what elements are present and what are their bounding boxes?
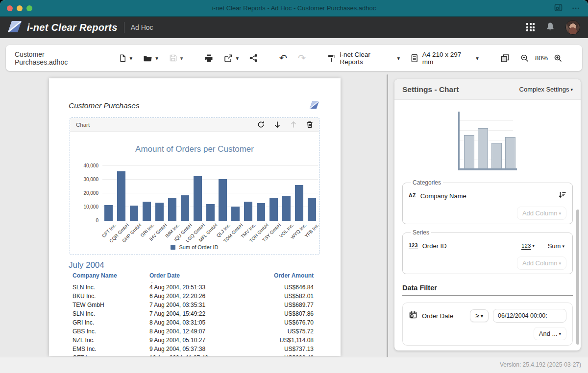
fullscreen-window-button[interactable] [26, 5, 32, 11]
filter-operator-selector[interactable]: ≥ [470, 309, 489, 322]
y-axis-tick-label: 30,000 [70, 177, 98, 182]
refresh-icon[interactable] [257, 121, 265, 128]
category-item-row[interactable]: AZ Company Name [409, 189, 566, 203]
caret-down-icon [474, 54, 479, 63]
table-row: BKU Inc.6 Aug 2004, 22:20:26US$582.01 [73, 292, 314, 301]
table-column-header[interactable]: Order Amount [240, 272, 314, 279]
table-cell: 6 Aug 2004, 22:20:26 [149, 293, 240, 300]
table-cell: US$292.46 [240, 354, 314, 356]
caret-down-icon [557, 330, 561, 337]
gridline [102, 179, 318, 180]
open-report-button[interactable] [143, 54, 158, 63]
settings-header: Settings - Chart Complex Settings [394, 79, 581, 100]
minimize-window-button[interactable] [17, 5, 23, 11]
move-up-icon[interactable] [290, 121, 297, 128]
add-category-column-button[interactable]: Add Column [517, 207, 566, 220]
chart-element[interactable]: Chart Amount of Orders per Cu [70, 117, 319, 255]
tab-overview-icon[interactable] [554, 3, 563, 14]
module-name: Ad Hoc [131, 23, 153, 31]
page-orientation-button[interactable] [500, 54, 510, 63]
y-axis-tick-label: 10,000 [70, 204, 98, 210]
table-cell: BKU Inc. [73, 293, 149, 300]
redo-button[interactable]: ↷ [298, 52, 306, 64]
filter-card: Order Date ≥ And ... [402, 303, 573, 346]
date-field-icon [409, 310, 417, 321]
chart-bar [270, 198, 278, 221]
app-footer: Version: 25.4.192 (2025-03-27) [0, 357, 588, 373]
print-button[interactable] [204, 54, 213, 63]
filter-field-label: Order Date [422, 312, 466, 320]
more-options-icon[interactable]: ⋯ [572, 6, 580, 11]
table-column-header[interactable]: Company Name [73, 272, 149, 279]
zoom-level: 80% [535, 54, 548, 62]
chart-bar [104, 205, 113, 221]
close-window-button[interactable] [7, 5, 13, 11]
number-format-selector[interactable]: 123 [521, 243, 534, 249]
titlebar: i-net Clear Reports - Ad Hoc - Customer … [0, 0, 588, 17]
table-row: NZL Inc.9 Aug 2004, 05:10:27US$1,114.08 [73, 336, 314, 345]
aggregation-selector[interactable]: Sum [548, 242, 564, 250]
table-cell: GRI Inc. [73, 319, 149, 326]
page-format-label: A4 210 x 297 mm [422, 51, 473, 66]
table-cell: NZL Inc. [73, 337, 149, 344]
series-item-row[interactable]: 123 Order ID 123 Sum [409, 239, 566, 253]
table-cell: US$75.72 [240, 328, 314, 335]
filter-value-input[interactable] [493, 309, 566, 323]
chart-bar [194, 176, 202, 221]
table-cell: GBS Inc. [73, 328, 149, 335]
notifications-bell-icon[interactable] [546, 22, 555, 33]
filter-connector-button[interactable]: And ... [534, 327, 566, 340]
window-title: i-net Clear Reports - Ad Hoc - Customer … [212, 4, 376, 12]
theme-selector-label: i-net Clear Reports [340, 51, 394, 66]
undo-button[interactable]: ↶ [279, 52, 287, 64]
new-report-button[interactable] [119, 54, 133, 63]
caret-down-icon [395, 54, 400, 63]
move-down-icon[interactable] [274, 121, 281, 128]
y-axis-tick-label: 40,000 [70, 163, 98, 168]
group-section-heading: July 2004 [69, 260, 104, 270]
chart-bar [168, 198, 176, 221]
category-item-label: Company Name [420, 192, 554, 200]
table-cell: 9 Aug 2004, 05:37:38 [149, 346, 240, 352]
chart-bar [117, 171, 125, 221]
table-column-header[interactable]: Order Date [149, 272, 240, 279]
chart-legend: Sum of Order ID [70, 244, 319, 250]
window-controls [7, 5, 32, 11]
panel-splitter[interactable] [387, 74, 388, 357]
sort-descending-icon[interactable] [558, 191, 566, 201]
chart-title: Amount of Orders per Customer [70, 144, 319, 154]
table-row: EMS Inc.9 Aug 2004, 05:37:38US$737.13 [73, 345, 314, 353]
caret-down-icon [479, 312, 483, 320]
table-header-row: Company NameOrder DateOrder Amount [73, 272, 314, 279]
y-axis-tick-label: 0 [70, 218, 98, 223]
page-format-selector[interactable]: A4 210 x 297 mm [411, 51, 479, 66]
delete-element-icon[interactable] [306, 121, 313, 128]
sort-indicator: - [151, 279, 153, 284]
table-cell: US$807.86 [240, 310, 314, 317]
chart-element-header: Chart [70, 118, 319, 132]
table-row: CFT Inc.10 Aug 2004, 11:27:40US$292.46 [73, 353, 314, 356]
version-text: Version: 25.4.192 (2025-03-27) [500, 361, 581, 368]
save-report-button[interactable] [169, 54, 183, 63]
apps-grid-icon[interactable] [526, 23, 535, 32]
export-button[interactable] [224, 54, 239, 63]
table-cell: US$582.01 [240, 293, 314, 300]
add-series-column-button[interactable]: Add Column [517, 256, 566, 270]
complex-settings-selector[interactable]: Complex Settings [519, 86, 573, 93]
table-cell: 8 Aug 2004, 03:31:05 [149, 319, 240, 326]
app-logo [8, 21, 22, 35]
table-row: GRI Inc.8 Aug 2004, 03:31:05US$676.70 [73, 318, 314, 327]
number-type-icon: 123 [409, 242, 418, 249]
legend-label: Sum of Order ID [179, 244, 218, 250]
panel-scrollbar[interactable] [576, 210, 579, 345]
theme-selector[interactable]: i-net Clear Reports [327, 51, 400, 66]
toolbar: Customer Purchases.adhoc ↶ ↷ i-net Clear… [6, 45, 582, 71]
user-avatar[interactable] [565, 20, 580, 35]
table-cell: US$1,114.08 [240, 337, 314, 344]
table-cell: SLN Inc. [73, 284, 149, 291]
table-cell: 10 Aug 2004, 11:27:40 [149, 354, 240, 356]
header-divider [124, 22, 124, 33]
share-button[interactable] [249, 54, 258, 62]
zoom-out-button[interactable] [520, 54, 529, 63]
zoom-in-button[interactable] [554, 54, 563, 63]
